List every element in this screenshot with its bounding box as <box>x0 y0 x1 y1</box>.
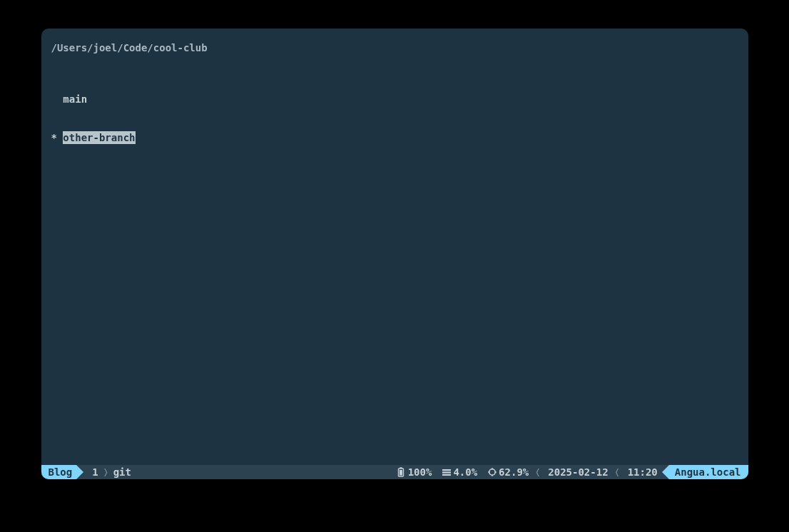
svg-rect-3 <box>442 469 451 471</box>
memory-stat: 62.9% <box>487 465 529 479</box>
svg-rect-2 <box>399 470 402 476</box>
branch-row: * other-branch <box>51 131 738 144</box>
memory-icon <box>487 467 497 477</box>
battery-icon <box>397 467 406 477</box>
svg-rect-5 <box>442 474 451 476</box>
separator-arrow-right <box>136 465 143 479</box>
separator-arrow-left <box>384 465 391 479</box>
terminal-content[interactable]: /Users/joel/Code/cool-club main * other-… <box>41 29 748 465</box>
branch-row: main <box>51 93 738 106</box>
branch-name-selected: other-branch <box>63 131 135 144</box>
branch-name: main <box>63 93 87 106</box>
separator-thin-left: ❬ <box>613 465 622 479</box>
branch-current-indicator: * <box>51 131 63 144</box>
svg-rect-4 <box>442 471 451 473</box>
system-stats: 100% 4.0% 62.9% <box>391 465 534 479</box>
svg-point-6 <box>489 469 494 475</box>
separator-thin-right: ❭ <box>101 465 111 479</box>
hostname: Angua.local <box>669 465 748 479</box>
date: 2025-02-12 <box>542 465 612 479</box>
session-name[interactable]: Blog <box>41 465 77 479</box>
battery-stat: 100% <box>397 465 432 479</box>
window-name[interactable]: git <box>111 465 136 479</box>
branch-indicator <box>51 93 63 106</box>
svg-rect-1 <box>400 467 402 469</box>
cpu-stat: 4.0% <box>442 465 477 479</box>
statusbar-left: Blog 1 ❭ git <box>41 465 143 479</box>
git-branch-list: main * other-branch <box>51 67 738 170</box>
separator-arrow-left <box>662 465 669 479</box>
statusbar-right: 100% 4.0% 62.9% ❬ 2025-02-12 <box>384 465 748 479</box>
memory-value: 62.9% <box>499 465 529 479</box>
battery-value: 100% <box>408 465 432 479</box>
terminal-window: /Users/joel/Code/cool-club main * other-… <box>41 29 748 479</box>
current-working-directory: /Users/joel/Code/cool-club <box>51 41 738 54</box>
separator-thin-left: ❬ <box>533 465 542 479</box>
cpu-icon <box>442 467 451 477</box>
separator-arrow-right <box>76 465 83 479</box>
window-index[interactable]: 1 <box>83 465 101 479</box>
time: 11:20 <box>622 465 662 479</box>
cpu-value: 4.0% <box>453 465 477 479</box>
tmux-statusbar: Blog 1 ❭ git 100% <box>41 465 748 479</box>
